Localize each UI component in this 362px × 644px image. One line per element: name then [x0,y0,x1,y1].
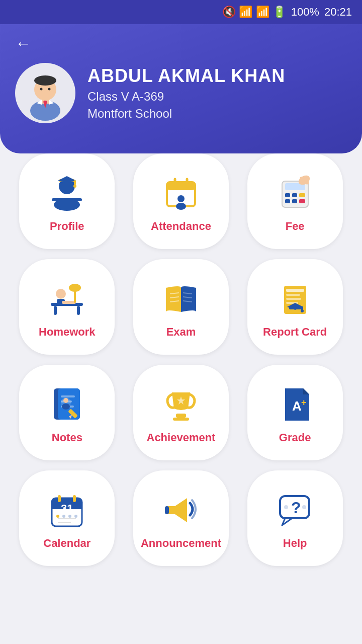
profile-section: ABDUL AKMAL KHAN Class V A-369 Montfort … [15,63,347,123]
fee-icon [273,170,318,215]
achievement-label: Achievement [147,431,216,444]
student-name: ABDUL AKMAL KHAN [87,65,285,87]
svg-rect-26 [292,193,297,197]
exam-label: Exam [166,326,196,339]
help-icon: ? [273,487,318,532]
menu-item-grade[interactable]: A + Grade [247,365,343,460]
attendance-label: Attendance [151,220,211,233]
svg-rect-37 [77,306,80,315]
svg-rect-15 [74,180,76,185]
announcement-icon [158,487,204,532]
svg-point-21 [177,195,185,202]
svg-rect-18 [167,182,195,190]
svg-rect-27 [299,193,305,197]
svg-rect-28 [285,199,290,203]
achievement-icon [158,381,204,426]
student-info: ABDUL AKMAL KHAN Class V A-369 Montfort … [87,65,285,121]
menu-item-help[interactable]: ? Help [247,470,343,566]
svg-rect-83 [58,495,61,502]
svg-text:A: A [292,398,302,414]
svg-text:31: 31 [61,502,73,515]
svg-rect-52 [286,298,301,300]
svg-point-64 [63,398,68,403]
student-class: Class V A-369 [87,90,285,104]
profile-icon [44,170,89,215]
menu-grid: Profile Attendance [0,143,362,576]
report-card-label: Report Card [263,326,327,339]
svg-rect-51 [286,294,300,296]
menu-item-notes[interactable]: Notes [19,365,115,460]
svg-point-79 [56,515,59,518]
svg-rect-36 [54,306,57,315]
svg-rect-40 [62,301,76,304]
menu-item-announcement[interactable]: Announcement [133,470,229,566]
svg-rect-69 [173,418,189,421]
svg-point-38 [56,289,66,299]
svg-rect-85 [165,506,169,514]
svg-point-90 [302,505,306,509]
svg-line-34 [307,178,308,183]
svg-point-5 [34,75,56,86]
back-button[interactable]: ← [15,34,31,53]
menu-item-attendance[interactable]: Attendance [133,153,229,249]
homework-icon [44,275,89,320]
battery-percent: 100% [291,6,319,19]
avatar [15,63,75,123]
announcement-label: Announcement [141,537,221,550]
grade-label: Grade [279,431,311,444]
svg-point-16 [73,185,76,188]
fee-label: Fee [286,220,305,233]
calendar-icon: 31 [44,487,89,532]
svg-point-65 [62,404,70,410]
student-school: Montfort School [87,107,285,121]
svg-rect-25 [285,193,290,197]
svg-point-22 [176,203,186,210]
svg-rect-30 [299,199,305,203]
svg-marker-87 [282,518,292,525]
notes-label: Notes [52,431,82,444]
header: ← [0,24,362,153]
svg-rect-29 [292,199,297,203]
grade-icon: A + [273,381,318,426]
svg-text:+: + [301,397,307,408]
svg-point-12 [54,199,80,211]
menu-item-calendar[interactable]: 31 Calendar [19,470,115,566]
svg-rect-50 [286,289,304,292]
time: 20:21 [324,6,352,19]
calendar-label: Calendar [43,537,90,550]
profile-label: Profile [50,220,84,233]
status-bar: 🔇 📶 📶 🔋 100% 20:21 [0,0,362,24]
homework-label: Homework [39,326,95,339]
svg-rect-68 [176,414,186,418]
attendance-icon [158,170,204,215]
svg-point-80 [62,515,65,518]
menu-item-homework[interactable]: Homework [19,259,115,355]
menu-item-achievement[interactable]: Achievement [133,365,229,460]
report-card-icon [273,275,318,320]
svg-point-57 [301,309,304,312]
svg-point-82 [74,515,77,518]
status-icons: 🔇 📶 📶 🔋 [222,6,286,19]
svg-rect-60 [61,395,75,397]
svg-point-42 [69,284,81,292]
menu-item-fee[interactable]: Fee [247,153,343,249]
notes-icon [44,381,89,426]
svg-point-6 [40,88,43,91]
exam-icon [158,275,204,320]
svg-rect-84 [73,495,76,502]
menu-item-report-card[interactable]: Report Card [247,259,343,355]
svg-point-89 [284,505,288,509]
menu-item-exam[interactable]: Exam [133,259,229,355]
menu-item-profile[interactable]: Profile [19,153,115,249]
svg-point-81 [68,515,71,518]
svg-text:?: ? [291,499,301,517]
svg-point-7 [48,88,51,91]
help-label: Help [283,537,307,550]
